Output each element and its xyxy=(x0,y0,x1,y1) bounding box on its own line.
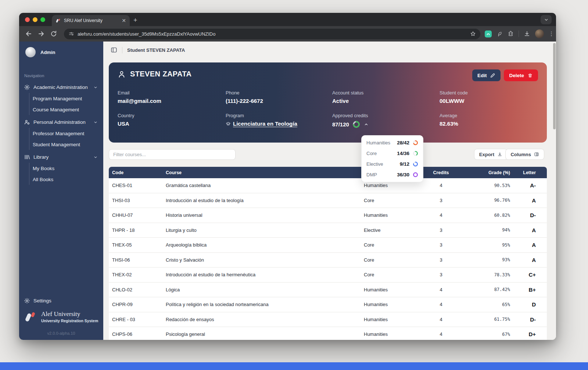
graduation-cap-icon xyxy=(226,121,231,126)
filter-courses-input[interactable] xyxy=(109,149,236,160)
browser-profile-avatar[interactable] xyxy=(535,29,544,38)
url-bar[interactable]: alefsru.com/en/students/user_35d9Ms5xEpz… xyxy=(64,29,480,39)
sidebar-item-academic-administration[interactable]: Academic Administration xyxy=(19,82,103,93)
delete-button[interactable]: Delete xyxy=(504,69,538,81)
export-button[interactable]: Export xyxy=(474,149,508,160)
app-version: v2.0.0-alpha.10 xyxy=(19,331,103,335)
sidebar-item-my-books[interactable]: My Books xyxy=(29,163,103,174)
tab-close-icon[interactable]: ✕ xyxy=(122,18,126,23)
admin-avatar xyxy=(25,47,36,57)
field-email: Email mail@gmail.com xyxy=(118,90,226,104)
table-row[interactable]: CHHU-07 Historia universal Humanities 4 … xyxy=(109,208,547,223)
download-icon xyxy=(497,152,502,157)
popover-row-core: Core 14/36 xyxy=(362,148,423,159)
table-body: CHES-01 Gramática castellana Humanities … xyxy=(109,178,547,340)
table-header: Code Course Credits Grade (%) Letter xyxy=(109,167,547,178)
browser-window: SRU Alef University ✕ + alefsru.com/en/s… xyxy=(19,13,556,340)
student-name: STEVEN ZAPATA xyxy=(130,70,191,78)
new-tab-button[interactable]: + xyxy=(133,17,137,24)
toolbar-divider xyxy=(519,30,519,37)
credits-breakdown-popover: Humanities 28/42 Core 14/36 Elective 9/1… xyxy=(361,135,423,182)
table-row[interactable]: THEX-05 Arqueología bíblica Core 3 95% A xyxy=(109,238,547,253)
sidebar-item-professor-management[interactable]: Professor Management xyxy=(29,128,103,139)
bookmark-star-icon[interactable] xyxy=(470,31,476,37)
status-value: Active xyxy=(332,98,440,104)
scrollbar-thumb[interactable] xyxy=(553,43,556,129)
table-row[interactable]: CHPR-09 Política y religión en la socied… xyxy=(109,297,547,312)
table-row[interactable]: THSI-03 Introducción al estudio de la te… xyxy=(109,193,547,208)
brand-name: Alef University xyxy=(41,310,98,318)
pencil-icon xyxy=(490,73,495,78)
minimize-window-button[interactable] xyxy=(33,17,37,22)
window-controls xyxy=(19,13,52,26)
popover-row-dmp: DMP 36/30 xyxy=(362,169,423,180)
page-scrollbar[interactable] xyxy=(553,42,556,339)
table-row[interactable]: THSI-06 Cristo y Salvación Core 3 93% A xyxy=(109,253,547,268)
table-row[interactable]: THEX-02 Introducción al estudio de la he… xyxy=(109,267,547,283)
sidebar-item-all-books[interactable]: All Books xyxy=(29,174,103,185)
student-card: STEVEN ZAPATA Edit Delete xyxy=(109,62,547,143)
table-row[interactable]: CHLO-02 Lógica Humanities 4 87.42% B+ xyxy=(109,283,547,298)
popover-row-elective: Elective 9/12 xyxy=(362,159,423,169)
sidebar-item-settings[interactable]: Settings xyxy=(19,295,103,306)
tab-search-button[interactable] xyxy=(541,15,552,24)
person-icon xyxy=(118,70,126,78)
favicon xyxy=(55,18,61,24)
columns-button[interactable]: Columns xyxy=(505,149,544,160)
elective-donut xyxy=(413,161,418,167)
sidebar-item-course-management[interactable]: Course Management xyxy=(29,104,103,115)
page-topbar: Student STEVEN ZAPATA xyxy=(103,42,185,58)
forward-icon[interactable] xyxy=(37,30,45,37)
breadcrumb: Student STEVEN ZAPATA xyxy=(127,47,185,53)
back-icon[interactable] xyxy=(25,30,32,37)
edit-button[interactable]: Edit xyxy=(472,69,501,81)
admin-user[interactable]: Admin xyxy=(19,42,103,57)
url-text: alefsru.com/en/students/user_35d9Ms5xEpz… xyxy=(78,31,467,37)
main-content: Student STEVEN ZAPATA STEVEN ZAPATA Edit xyxy=(103,42,556,340)
nav-section-label: Navigation xyxy=(24,73,103,78)
sidebar-toggle-icon[interactable] xyxy=(111,47,117,53)
sidebar-item-personal-administration[interactable]: Personal Administration xyxy=(19,116,103,128)
popover-row-humanities: Humanities 28/42 xyxy=(362,137,423,148)
teal-extension-icon[interactable] xyxy=(485,30,492,37)
brand-block: Alef University University Registration … xyxy=(24,310,98,323)
user-gear-icon xyxy=(24,119,30,125)
tab-title: SRU Alef University xyxy=(64,18,119,23)
reload-icon[interactable] xyxy=(50,30,57,37)
table-row[interactable]: CHES-01 Gramática castellana Humanities … xyxy=(109,178,547,193)
alef-logo-icon xyxy=(24,310,37,323)
field-average: Average 82.63% xyxy=(440,113,538,128)
field-program: Program Licenciatura en Teología xyxy=(226,113,332,128)
maximize-window-button[interactable] xyxy=(40,17,45,22)
sidebar-item-student-management[interactable]: Student Management xyxy=(29,139,103,150)
brand-subtitle: University Registration System xyxy=(41,319,98,323)
library-icon xyxy=(24,154,30,160)
field-country: Country USA xyxy=(118,113,226,128)
chevron-down-icon xyxy=(93,120,98,125)
trash-icon xyxy=(527,73,533,78)
admin-name: Admin xyxy=(40,50,55,55)
extensions-puzzle-icon[interactable] xyxy=(508,31,514,37)
table-row[interactable]: THPR - 18 Liturgia y culto Elective 3 94… xyxy=(109,223,547,238)
humanities-donut xyxy=(413,140,418,146)
downloads-icon[interactable] xyxy=(524,30,530,37)
sidebar: Admin Navigation Academic Administration… xyxy=(19,42,103,340)
browser-toolbar: alefsru.com/en/students/user_35d9Ms5xEpz… xyxy=(19,26,556,42)
table-row[interactable]: CHPS-06 Psicología general Humanities 4 … xyxy=(109,327,547,340)
field-approved-credits: Approved credits 87/120 xyxy=(332,113,440,128)
browser-menu-icon[interactable]: ⋮ xyxy=(549,33,551,35)
field-phone: Phone (111)-222-6672 xyxy=(226,90,332,104)
chevron-up-icon[interactable] xyxy=(363,122,369,127)
sidebar-item-program-management[interactable]: Program Management xyxy=(29,93,103,104)
table-row[interactable]: CHRE - 03 Redacción de ensayos Humanitie… xyxy=(109,312,547,327)
toolbar-extensions: ⋮ xyxy=(485,29,551,38)
chevron-down-icon xyxy=(93,85,98,90)
program-link[interactable]: Licenciatura en Teología xyxy=(226,121,297,127)
browser-tab[interactable]: SRU Alef University ✕ xyxy=(52,15,130,26)
site-info-icon[interactable] xyxy=(68,31,74,37)
breadcrumb-divider xyxy=(122,47,122,53)
sidebar-item-library[interactable]: Library xyxy=(19,151,103,163)
close-window-button[interactable] xyxy=(25,17,30,22)
feather-extension-icon[interactable] xyxy=(496,31,503,37)
dmp-donut xyxy=(413,172,418,177)
